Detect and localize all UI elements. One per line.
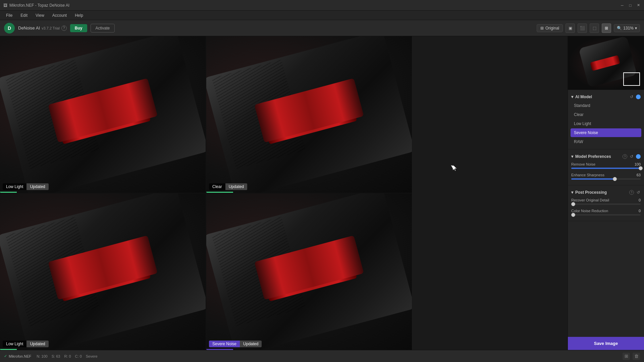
color-noise-value: 0 [633,209,641,213]
enhance-sharpness-fill [571,178,615,180]
view-sidebyside-button[interactable]: ⬛ [578,23,587,33]
maximize-button[interactable]: □ [628,3,633,8]
noise-stat: N: 100 [37,354,47,358]
model-item-clear[interactable]: Clear [571,110,641,119]
statusbar: ✓ Mikrofon.NEF N: 100 S: 63 R: 0 C: 0 Se… [0,350,644,362]
file-check-icon: ✓ [4,354,7,358]
menu-edit[interactable]: Edit [17,12,31,18]
menu-help[interactable]: Help [71,12,87,18]
panel-label-bottom-left: Low Light Updated [3,341,49,347]
remove-noise-thumb[interactable] [639,166,643,170]
model-item-low-light[interactable]: Low Light [571,119,641,128]
sharpness-stat: S: 63 [52,354,60,358]
noise-label: N: [37,354,40,358]
color-label: C: [75,354,79,358]
statusbar-file: ✓ Mikrofon.NEF [4,354,31,358]
statusbar-delete-button[interactable]: 🗑 [633,353,640,360]
sharpness-value: 63 [56,354,60,358]
menu-view[interactable]: View [32,12,48,18]
panel-label-bottom-right: Severe Noise Updated [209,341,262,347]
activate-button[interactable]: Activate [91,24,115,33]
save-image-button[interactable]: Save Image [568,337,644,350]
buy-button[interactable]: Buy [70,24,87,32]
recover-detail-slider[interactable] [571,203,641,205]
color-value: 0 [80,354,82,358]
remove-noise-value: 100 [633,162,641,166]
minimize-button[interactable]: ─ [620,3,625,8]
toolbar: D DeNoise AI v3.7.2 Trial ? Buy Activate… [0,20,644,36]
color-noise-slider[interactable] [571,214,641,216]
toolbar-right: ⊞ Original ▣ ⬛ ⬚ ⊞ 🔍 131% ▾ [537,23,640,33]
model-item-severe-noise[interactable]: Severe Noise [571,128,641,137]
zoom-control[interactable]: 🔍 131% ▾ [614,24,640,32]
menu-account[interactable]: Account [49,12,70,18]
model-prefs-toggle-dot[interactable] [636,154,641,159]
post-processing-toggle-icon: ▾ [571,190,573,195]
app-help-icon[interactable]: ? [61,25,67,31]
zoom-value: 131% [623,26,634,31]
remove-noise-row: Remove Noise 100 [568,161,644,172]
thumbnail-viewport-frame[interactable] [623,72,640,86]
panel-bottom-left[interactable]: Low Light Updated [0,193,206,350]
zoom-icon: 🔍 [617,26,622,31]
main-image-area: Low Light Updated Clear Updated [0,36,412,350]
enhance-sharpness-row: Enhance Sharpness 63 [568,172,644,182]
panel-label-top-left: Low Light Updated [3,183,49,190]
zoom-dropdown-icon: ▾ [635,26,637,31]
post-processing-label: Post Processing [575,190,607,195]
panel-bottom-right[interactable]: Severe Noise Updated [206,193,412,350]
ai-model-label: AI Model [575,95,592,99]
app-version: v3.7.2 Trial [42,26,60,30]
panel-top-right[interactable]: Clear Updated [206,36,412,193]
enhance-sharpness-value: 63 [633,173,641,177]
model-item-standard[interactable]: Standard [571,101,641,110]
enhance-sharpness-thumb[interactable] [613,177,617,181]
post-processing-controls: ? ↺ [629,190,641,195]
recover-label: R: [64,354,68,358]
recover-detail-label: Recover Original Detail [571,198,609,202]
titlebar: 🖼 Mikrofon.NEF - Topaz DeNoise AI ─ □ ✕ [0,0,644,11]
enhance-sharpness-slider[interactable] [571,178,641,180]
original-button[interactable]: ⊞ Original [537,24,563,32]
color-noise-label: Color Noise Reduction [571,209,608,213]
ai-model-list: Standard Clear Low Light Severe Noise RA… [568,101,644,146]
model-item-raw[interactable]: RAW [571,137,641,146]
view-single-button[interactable]: ▣ [566,23,575,33]
titlebar-controls[interactable]: ─ □ ✕ [620,3,641,8]
statusbar-stats: N: 100 S: 63 R: 0 C: 0 Severe [37,354,97,358]
sidebar-bottom: Save Image [568,221,644,350]
model-preferences-header[interactable]: ▾ Model Preferences ? ↺ [568,152,644,161]
remove-noise-label: Remove Noise [571,162,595,166]
sidebar: ▾ AI Model ↺ Standard Clear Low Light Se… [568,36,644,350]
view-split-button[interactable]: ⬚ [590,23,599,33]
color-noise-thumb[interactable] [571,213,575,217]
model-prefs-help-icon[interactable]: ? [623,154,627,159]
statusbar-copy-button[interactable]: ⊞ [623,353,630,360]
close-button[interactable]: ✕ [636,3,641,8]
post-processing-header[interactable]: ▾ Post Processing ? ↺ [568,188,644,197]
model-prefs-reset-icon[interactable]: ↺ [629,154,634,159]
recover-detail-row: Recover Original Detail 0 [568,197,644,207]
menu-file[interactable]: File [3,12,16,18]
title-icon: 🖼 [3,3,7,8]
post-processing-help-icon[interactable]: ? [629,190,634,195]
post-processing-reset-icon[interactable]: ↺ [636,190,641,195]
enhance-sharpness-label: Enhance Sharpness [571,173,604,177]
recover-stat: R: 0 [64,354,71,358]
panel-progress-bar [206,192,233,193]
app-name: DeNoise AI [18,25,40,31]
ai-model-toggle-dot[interactable] [636,95,641,99]
post-processing-section: ▾ Post Processing ? ↺ Recover Original D… [568,185,644,221]
view-quad-button[interactable]: ⊞ [602,23,611,33]
model-prefs-toggle-icon: ▾ [571,154,573,159]
ai-model-reset-icon[interactable]: ↺ [629,95,634,99]
color-stat: C: 0 [75,354,82,358]
ai-model-header[interactable]: ▾ AI Model ↺ [568,93,644,101]
recover-detail-thumb[interactable] [571,202,575,206]
remove-noise-slider[interactable] [571,168,641,169]
original-label: Original [545,26,559,31]
panel-top-left[interactable]: Low Light Updated [0,36,206,193]
original-icon: ⊞ [540,26,544,31]
panel-progress-bar [0,192,17,193]
recover-value: 0 [69,354,71,358]
